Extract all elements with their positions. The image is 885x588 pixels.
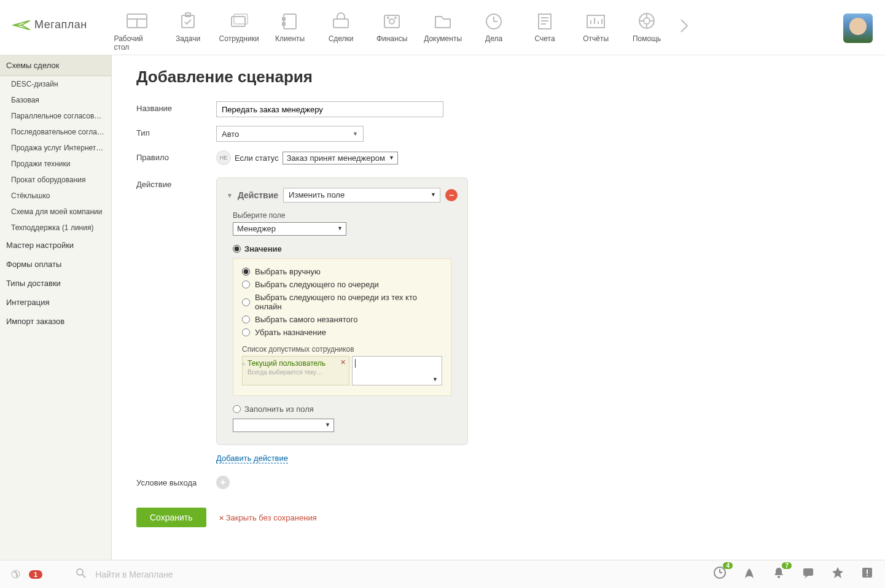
chip-hint: Всегда выбирается теку…	[248, 369, 344, 376]
employees-list-label: Список допустимых сотрудников	[242, 345, 442, 354]
app-header: Мегаплан Рабочий стол Задачи Сотрудники …	[0, 0, 885, 55]
rule-not-toggle[interactable]: НЕ	[216, 150, 231, 165]
option-next-online[interactable]: Выбрать следующего по очереди из тех кто…	[242, 291, 442, 313]
rule-if-status: Если статус	[235, 153, 279, 163]
type-select[interactable]: Авто	[216, 126, 364, 142]
notifications-icon[interactable]: 7	[772, 566, 786, 582]
radio-fill-from-field[interactable]: Заполнить из поля	[233, 404, 451, 414]
search-input[interactable]	[95, 570, 279, 579]
chat-icon[interactable]	[801, 566, 815, 582]
sidebar-item[interactable]: Базовая	[0, 92, 111, 108]
finance-icon	[380, 11, 404, 31]
option-next-queue[interactable]: Выбрать следующего по очереди	[242, 278, 442, 291]
label-rule: Правило	[136, 150, 216, 162]
nav-tasks[interactable]: Задачи	[163, 6, 214, 56]
add-action-link[interactable]: Добавить действие	[216, 454, 288, 463]
activity-icon[interactable]	[743, 566, 756, 582]
nav-finance[interactable]: Финансы	[367, 6, 418, 56]
option-manual[interactable]: Выбрать вручную	[242, 265, 442, 278]
sidebar-link-integration[interactable]: Интеграция	[0, 293, 111, 312]
radio-value[interactable]: Значение	[233, 244, 451, 253]
sidebar-item[interactable]: Продажа услуг Интернет-аге…	[0, 140, 111, 156]
desktop-icon	[125, 11, 149, 31]
option-least-busy[interactable]: Выбрать самого незанятого	[242, 313, 442, 326]
sidebar-item[interactable]: Техподдержка (1 линия)	[0, 220, 111, 236]
chip-remove-icon[interactable]: ✕	[340, 358, 346, 366]
reports-icon	[584, 11, 607, 31]
nav-more[interactable]	[679, 17, 690, 56]
add-exit-condition-button[interactable]: +	[216, 476, 230, 489]
favorites-icon[interactable]	[831, 566, 844, 582]
action-header-label: Действие	[238, 190, 278, 200]
nav-invoices[interactable]: Счета	[520, 6, 571, 56]
main-content: Добавление сценария Название Тип Авто Пр…	[112, 55, 885, 560]
svg-rect-11	[384, 15, 399, 28]
nav-reports[interactable]: Отчёты	[571, 6, 622, 56]
deals-icon	[329, 11, 353, 31]
logo-text: Мегаплан	[34, 18, 87, 31]
employees-icon	[227, 11, 251, 31]
remove-action-button[interactable]: −	[445, 189, 458, 201]
sidebar-section-schemes[interactable]: Схемы сделок	[0, 55, 111, 76]
label-type: Тип	[136, 126, 216, 137]
phone-icon[interactable]: ✆	[11, 568, 20, 581]
status-select[interactable]: Заказ принят менеджером	[283, 152, 398, 164]
fill-from-field-select[interactable]	[233, 419, 334, 432]
svg-line-34	[82, 574, 85, 578]
sidebar: Схемы сделок DESC-дизайн Базовая Паралле…	[0, 55, 112, 560]
invoices-icon	[533, 11, 556, 31]
reminders-icon[interactable]: 4	[713, 566, 727, 582]
sidebar-item[interactable]: DESC-дизайн	[0, 76, 111, 92]
svg-point-12	[389, 19, 394, 24]
label-action: Действие	[136, 177, 216, 189]
help-icon	[635, 11, 658, 31]
sidebar-item[interactable]: Последовательное согласов…	[0, 124, 111, 140]
action-type-select[interactable]: Изменить поле	[283, 188, 440, 203]
sidebar-item[interactable]: Прокат оборудования	[0, 172, 111, 188]
svg-rect-7	[284, 14, 296, 29]
field-select[interactable]: Менеджер	[233, 222, 346, 236]
svg-rect-42	[867, 575, 868, 576]
value-panel: Выбрать вручную Выбрать следующего по оч…	[233, 258, 451, 396]
option-unassign[interactable]: Убрать назначение	[242, 326, 442, 339]
sidebar-item[interactable]: Продажи техники	[0, 156, 111, 172]
label-exit-condition: Условие выхода	[136, 476, 216, 487]
logo[interactable]: Мегаплан	[12, 18, 87, 31]
svg-point-38	[778, 576, 780, 578]
svg-point-33	[77, 569, 83, 575]
chip-title: Текущий пользователь	[248, 359, 344, 368]
sidebar-link-import-orders[interactable]: Импорт заказов	[0, 312, 111, 331]
nav-cases[interactable]: Дела	[469, 6, 520, 56]
sidebar-link-delivery-types[interactable]: Типы доставки	[0, 274, 111, 293]
alerts-icon[interactable]	[860, 566, 874, 582]
user-avatar[interactable]	[843, 14, 873, 43]
nav-employees[interactable]: Сотрудники	[214, 6, 265, 56]
cases-icon	[482, 11, 505, 31]
sidebar-item[interactable]: Схема для моей компании	[0, 204, 111, 220]
sidebar-item[interactable]: Стёклышко	[0, 188, 111, 204]
nav-help[interactable]: Помощь	[622, 6, 673, 56]
svg-rect-39	[803, 568, 813, 576]
employee-input[interactable]	[352, 356, 442, 385]
chevron-right-icon	[679, 17, 690, 34]
phone-badge: 1	[29, 570, 42, 579]
search-icon[interactable]	[76, 568, 87, 581]
nav-documents[interactable]: Документы	[418, 6, 469, 56]
action-block: ▼ Действие Изменить поле − Выберите поле…	[216, 177, 468, 445]
sidebar-link-wizard[interactable]: Мастер настройки	[0, 236, 111, 255]
employee-chip[interactable]: ▲ Текущий пользователь Всегда выбирается…	[242, 356, 349, 385]
svg-point-14	[395, 17, 396, 18]
sidebar-item[interactable]: Параллельное согласование	[0, 108, 111, 124]
collapse-toggle[interactable]: ▼	[227, 192, 233, 199]
svg-point-28	[644, 18, 650, 24]
cancel-button[interactable]: Закрыть без сохранения	[219, 513, 317, 522]
nav-desktop[interactable]: Рабочий стол	[112, 6, 163, 56]
svg-rect-41	[867, 570, 868, 574]
name-input[interactable]	[216, 101, 443, 117]
sidebar-link-payment-forms[interactable]: Формы оплаты	[0, 255, 111, 274]
svg-rect-10	[333, 19, 348, 28]
nav-deals[interactable]: Сделки	[316, 6, 367, 56]
chip-arrow-icon: ▲	[241, 360, 246, 366]
nav-clients[interactable]: Клиенты	[265, 6, 316, 56]
save-button[interactable]: Сохранить	[136, 508, 206, 527]
